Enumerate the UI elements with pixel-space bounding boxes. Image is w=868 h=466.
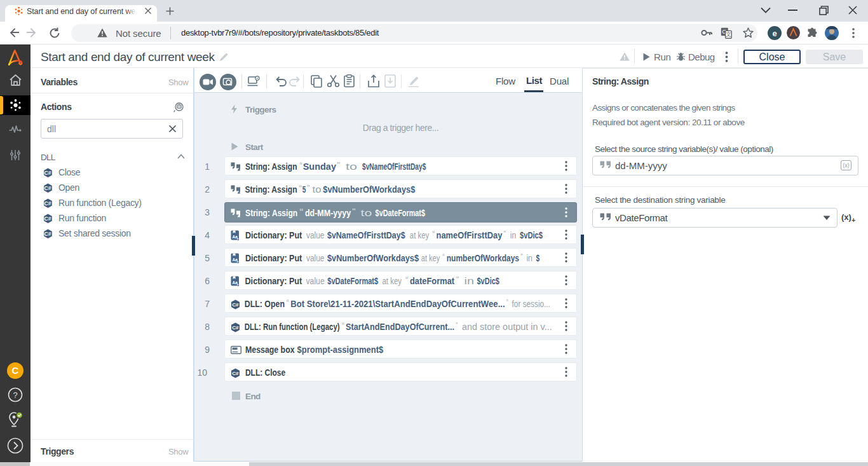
svg-text:to: to (346, 161, 357, 172)
svg-text:$prompt-assignment$: $prompt-assignment$ (297, 345, 384, 355)
svg-text:value: value (306, 276, 325, 286)
svg-text:”: ” (503, 230, 506, 237)
svg-text:DLL: Open: DLL: Open (245, 299, 285, 309)
svg-text:“: “ (442, 252, 445, 260)
svg-text:C#: C# (44, 185, 51, 191)
svg-text:”: ” (520, 252, 523, 260)
svg-text:dd-MM-yyyy: dd-MM-yyyy (305, 208, 351, 218)
svg-text:to: to (313, 184, 322, 195)
svg-text:“: “ (299, 161, 302, 168)
svg-text:in: in (526, 253, 532, 263)
svg-text:at key: at key (410, 230, 429, 240)
svg-text:$vNumberOfWorkdays$: $vNumberOfWorkdays$ (323, 184, 415, 195)
svg-text:$vDic$: $vDic$ (520, 230, 543, 240)
svg-text:e: e (772, 29, 776, 38)
svg-text:Message box: Message box (245, 345, 295, 355)
svg-text:“: “ (286, 298, 289, 306)
svg-text:in: in (465, 276, 474, 286)
svg-text:文: 文 (726, 31, 731, 38)
svg-text:and store output in v...: and store output in v... (462, 322, 552, 332)
svg-text:Dictionary: Put: Dictionary: Put (245, 253, 302, 263)
svg-text:?: ? (13, 390, 17, 400)
svg-text:$vNameOfFirsttDay$: $vNameOfFirsttDay$ (327, 230, 405, 240)
svg-text:DLL: Run function (Legacy): DLL: Run function (Legacy) (245, 322, 340, 332)
svg-text:“: “ (432, 230, 435, 237)
svg-text:value: value (306, 253, 325, 263)
svg-text:$vNameOfFirsttDay$: $vNameOfFirsttDay$ (362, 161, 426, 172)
svg-text:in: in (510, 230, 517, 240)
svg-text:dateFormat: dateFormat (410, 276, 454, 286)
svg-text:String: Assign: String: Assign (245, 161, 297, 172)
svg-text:Sunday: Sunday (303, 161, 337, 172)
svg-text:String: Assign: String: Assign (245, 184, 297, 195)
svg-text:$vDic$: $vDic$ (477, 276, 500, 286)
svg-text:$: $ (536, 253, 540, 263)
svg-text:Dictionary: Put: Dictionary: Put (245, 230, 302, 240)
svg-text:C#: C# (44, 231, 51, 237)
svg-text:”: ” (306, 184, 310, 191)
svg-text:$vDateFormat$: $vDateFormat$ (376, 208, 426, 218)
svg-text:for sessio...: for sessio... (512, 299, 550, 309)
svg-text:nameOfFirsttDay: nameOfFirsttDay (437, 230, 503, 240)
svg-text:at key: at key (421, 253, 440, 263)
svg-text:5: 5 (302, 184, 306, 195)
svg-text:“: “ (299, 184, 302, 191)
svg-text:“: “ (341, 321, 344, 329)
svg-text:DLL: Close: DLL: Close (245, 367, 285, 378)
svg-text:C#: C# (44, 216, 51, 222)
svg-text:”: ” (337, 161, 341, 168)
svg-text:“: “ (299, 207, 304, 215)
svg-text:C#: C# (44, 200, 51, 207)
svg-text:”: ” (456, 321, 458, 329)
svg-text:Bot Store\21-11-2021\StartAndE: Bot Store\21-11-2021\StartAndEndDayOfCur… (290, 299, 505, 309)
svg-text:”: ” (352, 207, 356, 215)
svg-text:“: “ (405, 275, 409, 283)
svg-text:numberOfWorkdays: numberOfWorkdays (447, 253, 519, 263)
svg-text:C#: C# (44, 170, 51, 176)
svg-text:”: ” (506, 298, 508, 306)
svg-text:$vDateFormat$: $vDateFormat$ (327, 276, 378, 286)
svg-text:StartAndEndDayOfCurrent...: StartAndEndDayOfCurrent... (346, 322, 454, 332)
svg-text:String: Assign: String: Assign (245, 208, 297, 218)
svg-text:”: ” (456, 275, 459, 283)
svg-text:value: value (306, 230, 325, 240)
svg-text:to: to (361, 208, 372, 218)
svg-text:$vNumberOfWorkdays$: $vNumberOfWorkdays$ (327, 253, 419, 263)
svg-text:Dictionary: Put: Dictionary: Put (245, 276, 302, 286)
svg-text:at key: at key (382, 276, 402, 286)
